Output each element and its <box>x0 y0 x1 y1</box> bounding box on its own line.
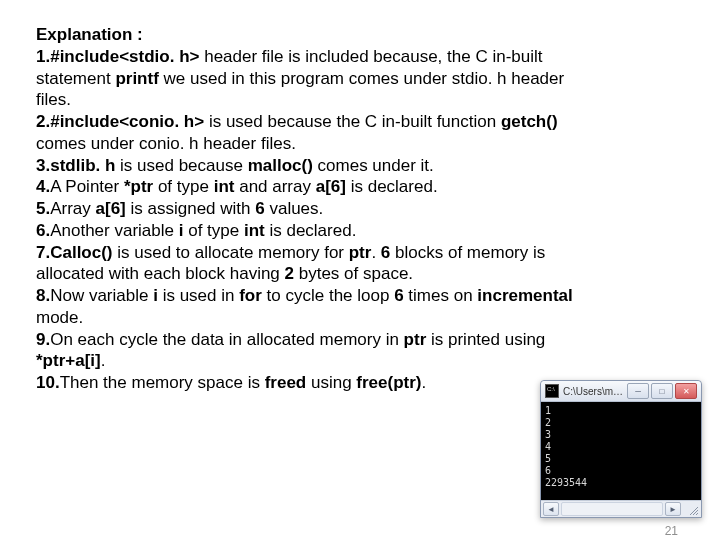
console-line: 6 <box>545 465 697 477</box>
console-window: C:\Users\ma ... ─ □ ✕ 1234562293544 ◄ ► <box>540 380 702 518</box>
page-number: 21 <box>665 524 678 538</box>
text-line: 6.Another variable i of type int is decl… <box>36 220 684 242</box>
window-title: C:\Users\ma ... <box>563 386 627 397</box>
console-line: 2293544 <box>545 477 697 489</box>
text-line: 2.#include<conio. h> is used because the… <box>36 111 684 133</box>
console-line: 5 <box>545 453 697 465</box>
text-line: 8.Now variable i is used in for to cycle… <box>36 285 684 307</box>
console-output: 1234562293544 <box>541 402 701 500</box>
text-line: 7.Calloc() is used to allocate memory fo… <box>36 242 684 264</box>
svg-line-2 <box>696 513 698 515</box>
heading: Explanation : <box>36 25 143 44</box>
resize-grip-icon[interactable] <box>683 502 699 516</box>
text-line: 4.A Pointer *ptr of type int and array a… <box>36 176 684 198</box>
cmd-icon <box>545 384 559 398</box>
text-line: files. <box>36 89 684 111</box>
console-line: 3 <box>545 429 697 441</box>
text-line: mode. <box>36 307 684 329</box>
text-line: 5.Array a[6] is assigned with 6 values. <box>36 198 684 220</box>
explanation-text: Explanation : 1.#include<stdio. h> heade… <box>0 0 720 394</box>
text-line: comes under conio. h header files. <box>36 133 684 155</box>
titlebar[interactable]: C:\Users\ma ... ─ □ ✕ <box>541 381 701 402</box>
text-line: 1.#include<stdio. h> header file is incl… <box>36 46 684 68</box>
text-line: allocated with each block having 2 bytes… <box>36 263 684 285</box>
close-button[interactable]: ✕ <box>675 383 697 399</box>
console-line: 4 <box>545 441 697 453</box>
scroll-right-icon[interactable]: ► <box>665 502 681 516</box>
console-line: 1 <box>545 405 697 417</box>
maximize-button[interactable]: □ <box>651 383 673 399</box>
text-line: *ptr+a[i]. <box>36 350 684 372</box>
explanation-lines: 1.#include<stdio. h> header file is incl… <box>36 46 684 394</box>
console-line: 2 <box>545 417 697 429</box>
horizontal-scrollbar[interactable]: ◄ ► <box>541 500 701 517</box>
minimize-button[interactable]: ─ <box>627 383 649 399</box>
scroll-left-icon[interactable]: ◄ <box>543 502 559 516</box>
text-line: statement printf we used in this program… <box>36 68 684 90</box>
text-line: 9.On each cycle the data in allocated me… <box>36 329 684 351</box>
scroll-track[interactable] <box>561 502 663 516</box>
window-buttons: ─ □ ✕ <box>627 383 697 399</box>
text-line: 3.stdlib. h is used because malloc() com… <box>36 155 684 177</box>
